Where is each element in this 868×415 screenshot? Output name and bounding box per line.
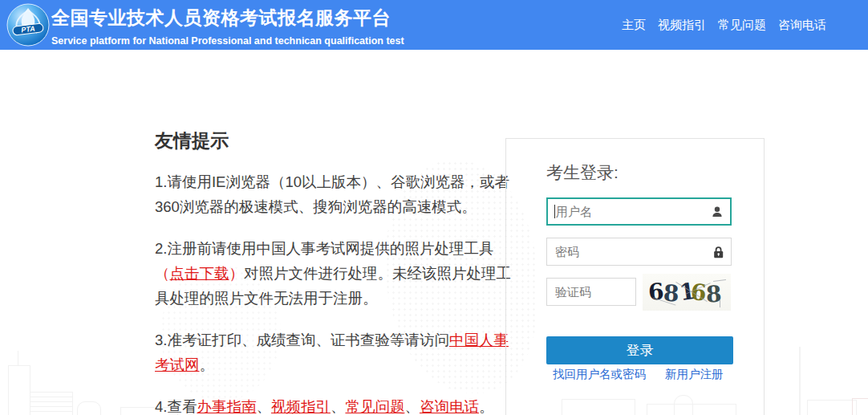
separator: 、 xyxy=(331,398,346,415)
login-heading: 考生登录: xyxy=(546,161,619,184)
skyline-decoration xyxy=(799,347,801,415)
notice-section: 友情提示 1.请使用IE浏览器（10以上版本）、谷歌浏览器，或者360浏览器的极… xyxy=(155,128,521,415)
notice-item-3-text: 3.准考证打印、成绩查询、证书查验等请访问 xyxy=(155,332,449,348)
skyline-decoration xyxy=(18,351,18,365)
forgot-credentials-link[interactable]: 找回用户名或密码 xyxy=(553,367,646,382)
notice-item-2-text: 2.注册前请使用中国人事考试网提供的照片处理工具 xyxy=(155,240,493,257)
phone-link[interactable]: 咨询电话 xyxy=(420,398,479,415)
login-button[interactable]: 登录 xyxy=(546,336,733,364)
lock-icon xyxy=(712,246,724,258)
header-titles: 全国专业技术人员资格考试报名服务平台 Service platform for … xyxy=(51,6,404,47)
nav-video-guide[interactable]: 视频指引 xyxy=(658,18,706,33)
header-nav: 主页 视频指引 常见问题 咨询电话 xyxy=(622,0,826,50)
faq-link[interactable]: 常见问题 xyxy=(345,398,404,415)
captcha-noise-line xyxy=(720,299,720,307)
notice-item-3-text: 。 xyxy=(200,356,215,373)
separator: 、 xyxy=(404,398,420,415)
notice-item-2-paren: ） xyxy=(229,265,245,282)
skyline-decoration xyxy=(77,401,101,415)
password-input[interactable] xyxy=(547,238,731,265)
pta-logo-icon: PTA xyxy=(6,2,51,47)
nav-phone[interactable]: 咨询电话 xyxy=(778,18,826,33)
skyline-decoration xyxy=(852,398,868,415)
notice-heading: 友情提示 xyxy=(155,128,521,153)
password-field-wrapper xyxy=(546,238,732,266)
notice-item-2-paren: （ xyxy=(155,265,170,282)
notice-item-4: 4.查看办事指南、视频指引、常见问题、咨询电话。 xyxy=(155,394,521,415)
site-title: 全国专业技术人员资格考试报名服务平台 xyxy=(51,6,404,31)
captcha-image[interactable]: 6 8 1 6 8 xyxy=(643,274,731,311)
username-field-wrapper xyxy=(546,197,732,226)
skyline-decoration xyxy=(807,400,857,415)
notice-item-3: 3.准考证打印、成绩查询、证书查验等请访问中国人事考试网。 xyxy=(155,328,521,377)
text-caret xyxy=(554,205,555,218)
notice-item-1: 1.请使用IE浏览器（10以上版本）、谷歌浏览器，或者360浏览器的极速模式、搜… xyxy=(155,169,521,219)
user-icon xyxy=(711,205,724,218)
login-helper-links: 找回用户名或密码 新用户注册 xyxy=(553,367,724,382)
service-guide-link[interactable]: 办事指南 xyxy=(197,398,256,415)
login-panel: 考生登录: 6 8 1 6 8 xyxy=(505,138,765,415)
captcha-input[interactable] xyxy=(547,279,635,305)
svg-text:PTA: PTA xyxy=(21,24,35,34)
username-input[interactable] xyxy=(548,199,730,224)
notice-item-1-text: 1.请使用IE浏览器（10以上版本）、谷歌浏览器，或者360浏览器的极速模式、搜… xyxy=(155,173,509,215)
nav-home[interactable]: 主页 xyxy=(622,18,646,33)
new-user-register-link[interactable]: 新用户注册 xyxy=(665,367,724,382)
video-guide-link[interactable]: 视频指引 xyxy=(271,398,331,415)
notice-item-4-text: 4.查看 xyxy=(155,398,197,415)
captcha-field-wrapper xyxy=(546,278,636,306)
site-subtitle: Service platform for National Profession… xyxy=(51,35,404,47)
page: PTA 全国专业技术人员资格考试报名服务平台 Service platform … xyxy=(0,0,868,415)
header: PTA 全国专业技术人员资格考试报名服务平台 Service platform … xyxy=(0,0,868,50)
skyline-decoration xyxy=(30,392,73,415)
separator: 、 xyxy=(256,398,271,415)
download-photo-tool-link[interactable]: 点击下载 xyxy=(170,265,229,282)
notice-item-4-text: 。 xyxy=(479,398,494,415)
skyline-decoration xyxy=(8,365,30,415)
nav-faq[interactable]: 常见问题 xyxy=(718,18,766,33)
notice-item-2: 2.注册前请使用中国人事考试网提供的照片处理工具（点击下载）对照片文件进行处理。… xyxy=(155,236,521,311)
